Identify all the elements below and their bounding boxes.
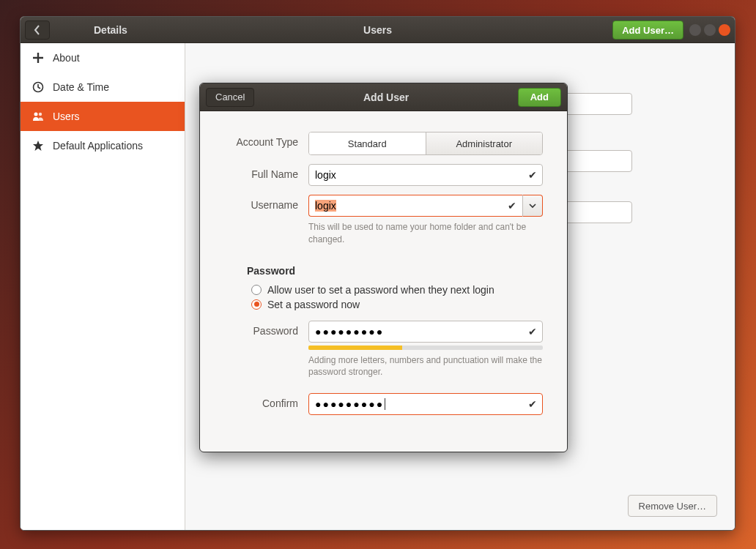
username-dropdown-button[interactable] — [522, 195, 543, 217]
back-button[interactable] — [25, 20, 50, 40]
password-input[interactable]: ●●●●●●●●● — [308, 321, 543, 343]
username-combo: logix ✔ — [308, 195, 543, 217]
close-icon[interactable] — [719, 24, 730, 36]
radio-password-later[interactable]: Allow user to set a password when they n… — [251, 284, 546, 296]
username-note: This will be used to name your home fold… — [308, 221, 543, 246]
sidebar-item-label: Default Applications — [53, 140, 143, 152]
password-label: Password — [220, 321, 308, 337]
sidebar-item-default-apps[interactable]: Default Applications — [21, 131, 185, 160]
chevron-down-icon — [529, 202, 536, 209]
chevron-left-icon — [34, 25, 41, 35]
check-icon: ✔ — [528, 169, 537, 181]
password-strength-fill — [308, 346, 402, 350]
dialog-header: Cancel Add User Add — [200, 83, 567, 111]
account-type-label: Account Type — [220, 132, 308, 148]
radio-label: Set a password now — [267, 299, 360, 310]
remove-user-button[interactable]: Remove User… — [628, 495, 717, 517]
full-name-input[interactable] — [308, 164, 543, 186]
confirm-password-input[interactable]: ●●●●●●●●● — [308, 393, 543, 415]
password-note: Adding more letters, numbers and punctua… — [308, 354, 543, 379]
add-user-header-button[interactable]: Add User… — [612, 20, 683, 40]
dialog-title: Add User — [363, 92, 409, 103]
password-strength-bar — [308, 346, 543, 350]
cancel-button[interactable]: Cancel — [206, 88, 254, 107]
svg-point-2 — [39, 113, 42, 116]
password-section-title: Password — [247, 265, 546, 277]
sidebar-item-users[interactable]: Users — [21, 102, 185, 131]
add-user-dialog: Cancel Add User Add Account Type Standar… — [199, 83, 568, 452]
check-icon: ✔ — [508, 200, 516, 212]
radio-password-now[interactable]: Set a password now — [251, 299, 546, 310]
plus-icon — [32, 52, 44, 64]
add-button[interactable]: Add — [518, 88, 561, 107]
clock-icon — [32, 81, 44, 93]
sidebar-item-label: Date & Time — [53, 81, 109, 93]
account-type-admin[interactable]: Administrator — [426, 132, 543, 154]
username-input[interactable]: logix — [308, 195, 522, 217]
header-title-center: Users — [363, 24, 392, 36]
sidebar-item-date-time[interactable]: Date & Time — [21, 72, 185, 102]
sidebar-item-label: About — [53, 52, 80, 64]
window-controls — [689, 24, 730, 36]
check-icon: ✔ — [528, 398, 537, 410]
users-icon — [32, 111, 44, 122]
radio-icon — [251, 299, 262, 310]
maximize-icon[interactable] — [704, 24, 716, 36]
sidebar: About Date & Time Users Default Applicat… — [21, 43, 185, 530]
check-icon: ✔ — [528, 326, 537, 337]
header-title-left: Details — [94, 24, 127, 36]
settings-header: Details Users Add User… — [21, 17, 735, 43]
radio-icon — [251, 285, 262, 295]
sidebar-item-about[interactable]: About — [21, 43, 185, 72]
radio-label: Allow user to set a password when they n… — [267, 284, 494, 296]
sidebar-item-label: Users — [53, 111, 80, 122]
star-icon — [32, 140, 44, 152]
svg-point-1 — [34, 113, 38, 116]
username-label: Username — [220, 195, 308, 211]
minimize-icon[interactable] — [689, 24, 701, 36]
confirm-label: Confirm — [220, 393, 308, 409]
full-name-label: Full Name — [220, 164, 308, 180]
account-type-toggle: Standard Administrator — [308, 132, 543, 155]
account-type-standard[interactable]: Standard — [309, 132, 426, 154]
text-cursor — [385, 398, 385, 410]
